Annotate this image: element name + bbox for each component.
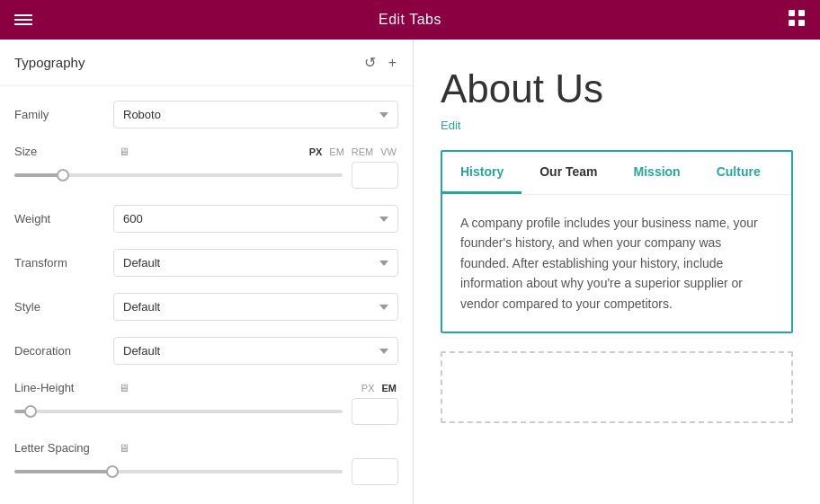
panel-content: Family Roboto Arial Open Sans Lato Monts… <box>0 86 413 504</box>
unit-rem[interactable]: REM <box>350 146 375 158</box>
monitor-icon-ls: 🖥 <box>119 442 129 455</box>
weight-select[interactable]: 100 200 300 400 500 600 700 800 900 <box>113 205 398 233</box>
decoration-label: Decoration <box>14 344 113 358</box>
size-units: PX EM REM VW <box>308 146 398 158</box>
weight-control: 100 200 300 400 500 600 700 800 900 <box>113 205 398 233</box>
panel-title: Typography <box>14 55 85 70</box>
monitor-icon-lh: 🖥 <box>119 382 129 394</box>
lh-slider-thumb[interactable] <box>24 405 37 418</box>
lh-slider-track <box>14 410 343 413</box>
decoration-select[interactable]: Default Underline Overline Line-through <box>113 337 398 365</box>
grid-icon[interactable] <box>788 9 806 31</box>
ls-slider-fill <box>14 470 113 473</box>
letter-spacing-section: Letter Spacing 🖥 <box>14 441 398 485</box>
empty-area <box>441 351 793 423</box>
transform-select[interactable]: Default Uppercase Lowercase Capitalize <box>113 249 398 277</box>
line-height-label: Line-Height <box>14 381 113 394</box>
letter-spacing-row: Letter Spacing 🖥 <box>14 441 398 455</box>
decoration-row: Decoration Default Underline Overline Li… <box>14 337 398 365</box>
line-height-row: Line-Height 🖥 PX EM <box>14 381 398 394</box>
transform-control: Default Uppercase Lowercase Capitalize <box>113 249 398 277</box>
tab-content: A company profile includes your business… <box>442 195 791 332</box>
svg-rect-0 <box>789 10 795 16</box>
svg-rect-1 <box>798 10 805 16</box>
main-layout: Typography ↺ + Family Roboto Arial Open … <box>0 40 820 504</box>
family-label: Family <box>14 108 113 121</box>
letter-spacing-label-area: Letter Spacing 🖥 <box>14 441 129 455</box>
tabs-nav: History Our Team Mission Culture <box>442 152 791 195</box>
top-bar: Edit Tabs <box>0 0 820 40</box>
letter-spacing-label: Letter Spacing <box>14 441 113 455</box>
style-control: Default Normal Italic Oblique <box>113 293 398 321</box>
tab-our-team[interactable]: Our Team <box>521 152 615 194</box>
edit-link[interactable]: Edit <box>441 119 793 132</box>
line-height-slider-row <box>14 398 398 425</box>
family-row: Family Roboto Arial Open Sans Lato Monts… <box>14 101 398 128</box>
tab-mission[interactable]: Mission <box>616 152 699 194</box>
letter-spacing-value-input[interactable] <box>352 458 398 485</box>
family-select[interactable]: Roboto Arial Open Sans Lato Montserrat <box>113 101 398 128</box>
svg-rect-2 <box>789 20 795 26</box>
panel-header: Typography ↺ + <box>0 40 413 86</box>
lh-unit-em[interactable]: EM <box>380 382 399 394</box>
size-row: Size 🖥 PX EM REM VW <box>14 145 398 158</box>
svg-rect-3 <box>798 20 805 26</box>
reset-button[interactable]: ↺ <box>362 52 378 73</box>
letter-spacing-slider-row <box>14 458 398 485</box>
unit-vw[interactable]: VW <box>379 146 398 158</box>
style-label: Style <box>14 300 113 314</box>
transform-row: Transform Default Uppercase Lowercase Ca… <box>14 249 398 277</box>
ls-slider-thumb[interactable] <box>106 465 119 478</box>
lh-unit-px[interactable]: PX <box>360 382 377 394</box>
left-panel: Typography ↺ + Family Roboto Arial Open … <box>0 40 414 504</box>
page-title: About Us <box>441 66 793 111</box>
size-value-input[interactable] <box>352 162 398 189</box>
unit-px[interactable]: PX <box>308 146 325 158</box>
size-slider-row <box>14 162 398 189</box>
size-slider-thumb[interactable] <box>57 169 69 181</box>
unit-em[interactable]: EM <box>327 146 346 158</box>
size-label: Size <box>14 145 113 158</box>
panel-header-actions: ↺ + <box>362 52 398 73</box>
ls-slider-track <box>14 470 343 473</box>
size-label-area: Size 🖥 <box>14 145 129 158</box>
style-select[interactable]: Default Normal Italic Oblique <box>113 293 398 321</box>
tab-culture[interactable]: Culture <box>699 152 779 194</box>
tabs-widget: History Our Team Mission Culture A compa… <box>441 150 793 333</box>
transform-label: Transform <box>14 256 113 270</box>
hamburger-icon[interactable] <box>14 14 32 25</box>
decoration-control: Default Underline Overline Line-through <box>113 337 398 365</box>
line-height-value-input[interactable] <box>352 398 398 425</box>
tab-history[interactable]: History <box>442 152 521 194</box>
line-height-section: Line-Height 🖥 PX EM <box>14 381 398 425</box>
line-height-label-area: Line-Height 🖥 <box>14 381 129 394</box>
family-control: Roboto Arial Open Sans Lato Montserrat <box>113 101 398 128</box>
top-bar-title: Edit Tabs <box>379 12 441 28</box>
size-section: Size 🖥 PX EM REM VW <box>14 145 398 189</box>
line-height-units: PX EM <box>360 382 398 394</box>
monitor-icon: 🖥 <box>119 146 129 158</box>
add-button[interactable]: + <box>387 53 398 73</box>
right-panel: About Us Edit History Our Team Mission C… <box>414 40 820 504</box>
weight-row: Weight 100 200 300 400 500 600 700 800 9… <box>14 205 398 233</box>
style-row: Style Default Normal Italic Oblique <box>14 293 398 321</box>
size-slider-track <box>14 173 343 177</box>
weight-label: Weight <box>14 212 113 225</box>
